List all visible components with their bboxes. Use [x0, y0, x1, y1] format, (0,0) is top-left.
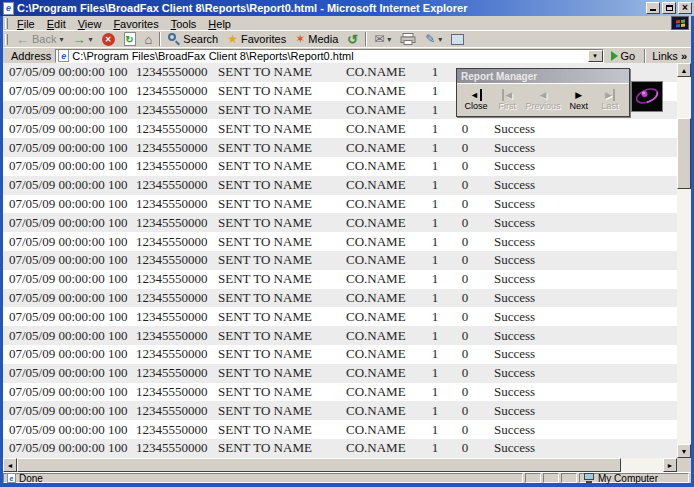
- cell-fax-number: 12345550000: [130, 82, 212, 101]
- next-record-button[interactable]: ▶Next: [564, 85, 594, 115]
- forward-button[interactable]: → ▾: [68, 31, 96, 47]
- go-button[interactable]: Go: [608, 50, 639, 62]
- table-row: 07/05/09 00:00:00 10012345550000SENT TO …: [3, 119, 677, 138]
- cell-company: CO.NAME: [340, 364, 420, 383]
- toolbar-grip[interactable]: [5, 34, 8, 45]
- cell-pages: 1: [420, 401, 450, 420]
- history-button[interactable]: ↺: [343, 31, 362, 47]
- mail-icon: ✉: [374, 32, 384, 46]
- cell-retries: 0: [450, 420, 480, 439]
- stop-button[interactable]: ✕: [98, 31, 119, 47]
- back-icon: ←: [16, 32, 29, 47]
- restore-button[interactable]: [662, 2, 676, 14]
- cell-datetime: 07/05/09 00:00:00 100: [3, 420, 130, 439]
- cell-sent-to: SENT TO NAME: [212, 345, 340, 364]
- cell-company: CO.NAME: [340, 138, 420, 157]
- cell-company: CO.NAME: [340, 307, 420, 326]
- scroll-down-button[interactable]: ▼: [677, 444, 691, 458]
- last-label: Last: [601, 101, 618, 111]
- cell-datetime: 07/05/09 00:00:00 100: [3, 439, 130, 458]
- media-button[interactable]: ✶ Media: [291, 31, 342, 47]
- cell-company: CO.NAME: [340, 289, 420, 308]
- cell-fax-number: 12345550000: [130, 307, 212, 326]
- table-row: 07/05/09 00:00:00 10012345550000SENT TO …: [3, 420, 677, 439]
- vertical-scrollbar[interactable]: ▲ ▼: [677, 63, 691, 458]
- address-url: C:\Program Files\BroadFax Client 8\Repor…: [72, 50, 353, 62]
- table-row: 07/05/09 00:00:00 10012345550000SENT TO …: [3, 439, 677, 458]
- menu-item-help[interactable]: Help: [202, 18, 237, 30]
- table-row: 07/05/09 00:00:00 10012345550000SENT TO …: [3, 213, 677, 232]
- horizontal-scroll-thumb[interactable]: [17, 458, 621, 472]
- close-icon: ×: [682, 3, 688, 13]
- cell-status: Success: [480, 383, 677, 402]
- edit-button[interactable]: ✎ ▾: [421, 31, 446, 47]
- cell-fax-number: 12345550000: [130, 195, 212, 214]
- cell-pages: 1: [420, 420, 450, 439]
- table-row: 07/05/09 00:00:00 10012345550000SENT TO …: [3, 251, 677, 270]
- menu-item-tools[interactable]: Tools: [165, 18, 203, 30]
- discuss-button[interactable]: [447, 31, 468, 47]
- scroll-left-button[interactable]: ◄: [3, 458, 17, 472]
- horizontal-scrollbar[interactable]: ◄ ►: [3, 458, 691, 472]
- close-button[interactable]: ×: [678, 2, 692, 14]
- back-button[interactable]: ← Back ▾: [12, 31, 67, 47]
- menu-item-file[interactable]: File: [11, 18, 41, 30]
- cell-sent-to: SENT TO NAME: [212, 82, 340, 101]
- print-button[interactable]: [396, 31, 420, 47]
- cell-company: CO.NAME: [340, 195, 420, 214]
- cell-sent-to: SENT TO NAME: [212, 401, 340, 420]
- my-computer-icon: [583, 473, 595, 483]
- page-viewport: 07/05/09 00:00:00 10012345550000SENT TO …: [3, 63, 691, 458]
- cell-company: CO.NAME: [340, 439, 420, 458]
- menu-item-edit[interactable]: Edit: [41, 18, 72, 30]
- horizontal-scroll-track[interactable]: [621, 458, 663, 472]
- cell-pages: 1: [420, 289, 450, 308]
- forward-dropdown-icon[interactable]: ▾: [88, 35, 92, 44]
- cell-sent-to: SENT TO NAME: [212, 289, 340, 308]
- menu-item-view[interactable]: View: [72, 18, 108, 30]
- cell-pages: 1: [420, 101, 450, 120]
- vertical-scroll-thumb[interactable]: [677, 118, 691, 189]
- search-button[interactable]: Search: [164, 31, 222, 47]
- ie-app-icon: e: [3, 2, 14, 15]
- links-button[interactable]: Links »: [652, 50, 689, 62]
- scroll-right-icon: ►: [667, 462, 674, 469]
- cell-fax-number: 12345550000: [130, 232, 212, 251]
- scroll-up-button[interactable]: ▲: [677, 63, 691, 77]
- cell-company: CO.NAME: [340, 176, 420, 195]
- cell-datetime: 07/05/09 00:00:00 100: [3, 232, 130, 251]
- mail-dropdown-icon[interactable]: ▾: [387, 35, 391, 44]
- favorites-button[interactable]: ★ Favorites: [223, 31, 290, 47]
- stop-icon: ✕: [102, 33, 115, 46]
- restore-icon: [666, 5, 673, 11]
- cell-retries: 0: [450, 383, 480, 402]
- cell-status: Success: [480, 176, 677, 195]
- cell-sent-to: SENT TO NAME: [212, 307, 340, 326]
- cell-company: CO.NAME: [340, 270, 420, 289]
- minimize-button[interactable]: [646, 2, 660, 14]
- cell-sent-to: SENT TO NAME: [212, 232, 340, 251]
- refresh-button[interactable]: ↻: [120, 31, 140, 47]
- favorites-label: Favorites: [241, 33, 286, 45]
- close-record-button[interactable]: ◄Close: [461, 85, 491, 115]
- back-dropdown-icon[interactable]: ▾: [59, 35, 63, 44]
- cell-status: Success: [480, 420, 677, 439]
- home-button[interactable]: ⌂: [141, 31, 157, 47]
- address-dropdown-button[interactable]: ▾: [588, 50, 603, 62]
- cell-pages: 1: [420, 307, 450, 326]
- addressbar-separator: [644, 49, 646, 63]
- home-icon: ⌂: [145, 32, 153, 47]
- cell-sent-to: SENT TO NAME: [212, 439, 340, 458]
- cell-sent-to: SENT TO NAME: [212, 270, 340, 289]
- edit-dropdown-icon[interactable]: ▾: [438, 35, 442, 44]
- cell-company: CO.NAME: [340, 101, 420, 120]
- mail-button[interactable]: ✉ ▾: [370, 31, 395, 47]
- menu-item-favorites[interactable]: Favorites: [107, 18, 164, 30]
- scroll-right-button[interactable]: ►: [663, 458, 677, 472]
- cell-company: CO.NAME: [340, 420, 420, 439]
- address-input[interactable]: e C:\Program Files\BroadFax Client 8\Rep…: [55, 49, 603, 63]
- cell-company: CO.NAME: [340, 251, 420, 270]
- cell-sent-to: SENT TO NAME: [212, 213, 340, 232]
- menubar-grip[interactable]: [5, 18, 8, 29]
- report-manager-titlebar[interactable]: Report Manager: [457, 69, 629, 83]
